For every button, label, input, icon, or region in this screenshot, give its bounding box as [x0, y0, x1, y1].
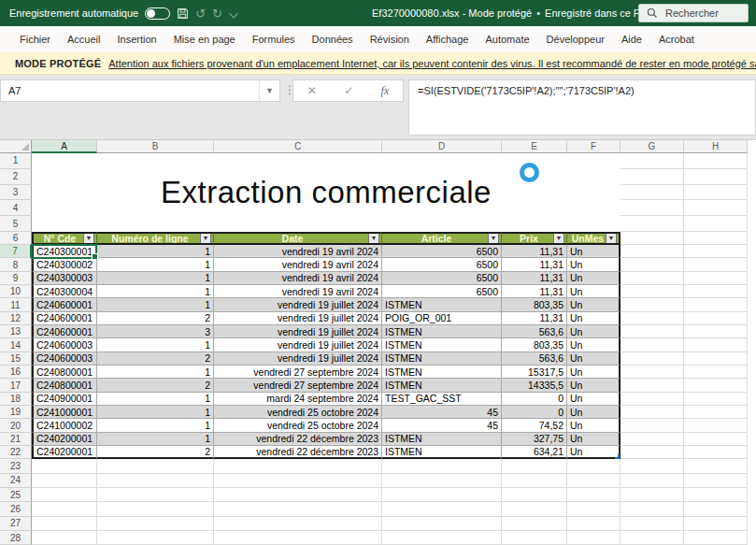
cell-D12[interactable]: POIG_OR_001 [382, 312, 502, 325]
cell-A14[interactable]: C240600003 [32, 338, 97, 351]
cell-A19[interactable]: C241000001 [32, 406, 97, 419]
cell[interactable] [620, 298, 684, 311]
cell-E14[interactable]: 803,35 [502, 338, 567, 351]
row-header-27[interactable]: 27 [0, 517, 32, 531]
cell[interactable] [684, 419, 748, 432]
cell-B20[interactable]: 1 [97, 419, 214, 432]
filter-dropdown-icon[interactable]: ▼ [368, 233, 379, 244]
cell[interactable] [620, 531, 684, 545]
cell-D19[interactable]: 45 [382, 406, 502, 419]
name-box-dropdown-icon[interactable]: ▼ [259, 80, 279, 101]
cell-D7[interactable]: 6500 [382, 245, 502, 258]
active-cell-outline[interactable] [31, 244, 97, 259]
cell-E15[interactable]: 563,6 [502, 352, 567, 366]
banner-message-link[interactable]: Attention aux fichiers provenant d'un em… [108, 58, 756, 69]
column-header-E[interactable]: E [502, 140, 567, 153]
cell[interactable] [214, 531, 382, 545]
cell[interactable] [620, 185, 684, 201]
column-header-B[interactable]: B [97, 140, 214, 153]
cell-F19[interactable]: Un [567, 406, 620, 419]
cell-B9[interactable]: 1 [97, 272, 214, 285]
cell-F15[interactable]: Un [567, 352, 620, 366]
cell-C13[interactable]: vendredi 19 juillet 2024 [214, 325, 382, 338]
column-header-G[interactable]: G [620, 140, 684, 153]
cell-D15[interactable]: ISTMEN [382, 352, 502, 366]
row-header-25[interactable]: 25 [0, 488, 32, 502]
cell[interactable] [684, 502, 748, 516]
row-header-15[interactable]: 15 [0, 352, 32, 366]
cell-A15[interactable]: C240600003 [32, 352, 97, 366]
cell[interactable] [97, 474, 214, 488]
cell[interactable] [684, 433, 748, 446]
cell[interactable] [32, 474, 97, 488]
cell-C14[interactable]: vendredi 19 juillet 2024 [214, 338, 382, 351]
row-header-28[interactable]: 28 [0, 531, 32, 545]
cell-A11[interactable]: C240600001 [32, 298, 97, 311]
cell-C11[interactable]: vendredi 19 juillet 2024 [214, 298, 382, 311]
cell-D8[interactable]: 6500 [382, 258, 502, 271]
row-header-10[interactable]: 10 [0, 285, 32, 298]
cell[interactable] [684, 459, 748, 473]
cell[interactable] [567, 474, 620, 488]
table-header-3[interactable]: Article▼ [382, 232, 502, 245]
cell-A9[interactable]: C240300003 [32, 272, 97, 285]
cell-F11[interactable]: Un [567, 298, 620, 311]
cell[interactable] [620, 325, 684, 338]
cell-F9[interactable]: Un [567, 272, 620, 285]
cell-D10[interactable]: 6500 [382, 285, 502, 298]
cell[interactable] [502, 531, 567, 545]
tab-aide[interactable]: Aide [613, 26, 650, 52]
cell[interactable] [214, 474, 382, 488]
cell-C7[interactable]: vendredi 19 avril 2024 [214, 245, 382, 258]
cell[interactable] [97, 459, 214, 473]
row-header-20[interactable]: 20 [0, 419, 32, 432]
cell-B14[interactable]: 1 [97, 338, 214, 351]
cell[interactable] [620, 366, 684, 379]
tab-insertion[interactable]: Insertion [108, 26, 164, 52]
cell-F21[interactable]: Un [567, 433, 620, 446]
cell-E16[interactable]: 15317,5 [502, 366, 567, 379]
row-header-12[interactable]: 12 [0, 312, 32, 325]
column-header-A[interactable]: A [32, 140, 97, 153]
table-header-1[interactable]: Numéro de ligne▼ [97, 232, 214, 245]
cell[interactable] [620, 312, 684, 325]
cell[interactable] [684, 406, 748, 419]
cell[interactable] [684, 352, 748, 366]
cell[interactable] [684, 379, 748, 392]
enter-icon[interactable]: ✓ [344, 84, 353, 97]
cell[interactable] [382, 459, 502, 473]
cell[interactable] [684, 531, 748, 545]
filter-dropdown-icon[interactable]: ▼ [553, 233, 564, 244]
cell-E22[interactable]: 634,21 [502, 446, 567, 459]
cell[interactable] [620, 272, 684, 285]
cell-E7[interactable]: 11,31 [502, 245, 567, 258]
cell[interactable] [620, 258, 684, 271]
cell-B19[interactable]: 1 [97, 406, 214, 419]
cell[interactable] [214, 459, 382, 473]
cell[interactable] [684, 216, 748, 232]
cell[interactable] [684, 285, 748, 298]
tab-r-vision[interactable]: Révision [362, 26, 418, 52]
cell-F12[interactable]: Un [567, 312, 620, 325]
row-header-19[interactable]: 19 [0, 406, 32, 419]
cell-F13[interactable]: Un [567, 325, 620, 338]
tab-formules[interactable]: Formules [244, 26, 304, 52]
cell-A16[interactable]: C240800001 [32, 366, 97, 379]
cell[interactable] [684, 185, 748, 201]
cell-E18[interactable]: 0 [502, 393, 567, 406]
redo-icon[interactable]: ↻ [212, 7, 222, 20]
row-header-14[interactable]: 14 [0, 338, 32, 351]
cell[interactable] [620, 517, 684, 531]
formula-input[interactable]: =SI(ESTVIDE('7173C5IP'!A2);"";'7173C5IP'… [408, 79, 756, 136]
cell-D20[interactable]: 45 [382, 419, 502, 432]
cell-E9[interactable]: 11,31 [502, 272, 567, 285]
cell[interactable] [620, 352, 684, 366]
column-header-C[interactable]: C [214, 140, 382, 153]
row-header-2[interactable]: 2 [0, 169, 32, 185]
cell-D16[interactable]: ISTMEN [382, 366, 502, 379]
cell-E20[interactable]: 74,52 [502, 419, 567, 432]
cell[interactable] [684, 393, 748, 406]
cell-F14[interactable]: Un [567, 338, 620, 351]
row-header-13[interactable]: 13 [0, 325, 32, 338]
row-header-3[interactable]: 3 [0, 185, 32, 201]
